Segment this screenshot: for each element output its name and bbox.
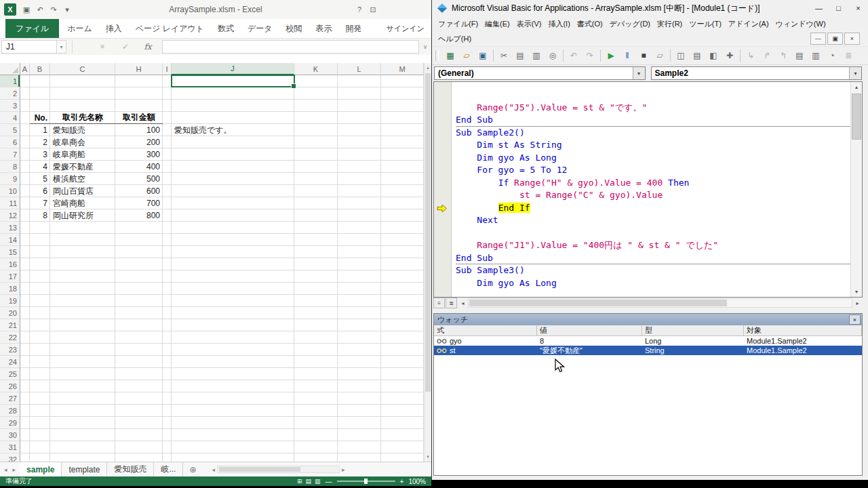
ribbon-tab-3[interactable]: ページ レイアウト — [129, 19, 211, 38]
break-icon[interactable]: ‖ — [620, 49, 634, 62]
zoom-in-button[interactable]: + — [400, 478, 404, 485]
column-header-L[interactable]: L — [338, 63, 381, 75]
cell-name-6[interactable]: 岐阜商会 — [50, 136, 115, 148]
row-header-27[interactable]: 27 — [0, 392, 20, 405]
procedure-view-button[interactable]: ≡ — [433, 298, 445, 308]
normal-view-icon[interactable]: ⊞ — [297, 478, 302, 485]
code-hscroll-thumb[interactable] — [469, 300, 727, 306]
cell-name-9[interactable]: 横浜航空 — [50, 173, 115, 185]
vb-menu-2[interactable]: 表示(V) — [513, 18, 545, 30]
object-combo[interactable]: (General) ▾ — [434, 66, 646, 80]
cell-no-8[interactable]: 4 — [30, 161, 50, 173]
procedure-combo[interactable]: Sample2 ▾ — [651, 66, 863, 80]
cell-no-9[interactable]: 5 — [30, 173, 50, 185]
enter-check-icon[interactable]: ✓ — [119, 42, 132, 52]
hscroll-thumb[interactable] — [219, 467, 300, 472]
cell-amount-7[interactable]: 300 — [115, 148, 163, 161]
cell-amount-6[interactable]: 200 — [115, 136, 163, 148]
zoom-out-button[interactable]: — — [326, 478, 332, 485]
toolbox-icon[interactable]: ✚ — [723, 49, 736, 62]
hscroll-right-icon[interactable]: ▸ — [342, 466, 345, 473]
scroll-up-icon[interactable]: ▴ — [425, 63, 431, 73]
code-line-4[interactable]: Dim st As String — [456, 139, 850, 152]
name-box[interactable]: J1 — [1, 40, 57, 54]
code-scroll[interactable]: Range("J5").Value = st & "です。"End SubSub… — [452, 82, 850, 297]
cut-icon[interactable]: ✂ — [497, 49, 511, 62]
cell-no-6[interactable]: 2 — [30, 136, 50, 148]
column-header-K[interactable]: K — [294, 63, 338, 75]
ribbon-tab-5[interactable]: データ — [241, 19, 279, 38]
save-icon[interactable]: ▣ — [20, 3, 33, 16]
row-header-23[interactable]: 23 — [0, 344, 20, 356]
cell-name-11[interactable]: 宮崎商船 — [50, 197, 115, 209]
ribbon-tab-2[interactable]: 挿入 — [99, 19, 129, 38]
row-header-18[interactable]: 18 — [0, 283, 20, 295]
row-header-6[interactable]: 6 — [0, 136, 20, 148]
cell-name-8[interactable]: 愛媛不動産 — [50, 161, 115, 173]
hscroll-left-icon[interactable]: ◂ — [212, 466, 216, 473]
zoom-slider[interactable] — [337, 481, 395, 482]
toolbar-grip[interactable] — [435, 50, 439, 61]
column-header-M[interactable]: M — [381, 63, 424, 75]
row-header-26[interactable]: 26 — [0, 380, 20, 392]
row-header-29[interactable]: 29 — [0, 417, 20, 429]
sheet-tab-sample[interactable]: sample — [20, 462, 62, 476]
copy-icon[interactable]: ▤ — [513, 49, 527, 62]
cell-name-5[interactable]: 愛知販売 — [50, 124, 115, 136]
code-line-8[interactable]: st = Range("C" & gyo).Value — [456, 189, 850, 202]
row-header-32[interactable]: 32 — [0, 453, 20, 462]
code-line-12[interactable]: Range("J1").Value = "400円は " & st & " でし… — [456, 239, 850, 252]
row-header-20[interactable]: 20 — [0, 307, 20, 319]
zoom-level[interactable]: 100% — [408, 478, 426, 485]
properties-window-icon[interactable]: ▤ — [690, 49, 704, 62]
row-header-15[interactable]: 15 — [0, 246, 20, 258]
cell-no-5[interactable]: 1 — [30, 124, 50, 136]
watch-column-3[interactable]: 型 — [642, 325, 744, 336]
mdi-restore-button[interactable]: ▣ — [827, 33, 843, 45]
column-header-A[interactable]: A — [20, 63, 30, 75]
code-margin[interactable] — [434, 82, 452, 297]
table-header-no[interactable]: No. — [30, 112, 50, 124]
ribbon-tab-1[interactable]: ホーム — [60, 19, 99, 38]
cancel-icon[interactable]: × — [96, 42, 109, 52]
row-header-22[interactable]: 22 — [0, 331, 20, 344]
vb-menu-0[interactable]: ファイル(F) — [435, 18, 481, 30]
watch-close-icon[interactable]: × — [849, 314, 861, 325]
cell-amount-9[interactable]: 500 — [115, 173, 163, 185]
code-scroll-left-icon[interactable]: ◂ — [458, 300, 468, 306]
sheet-tab-愛知販売[interactable]: 愛知販売 — [107, 462, 154, 476]
sheet-tab-template[interactable]: template — [62, 462, 107, 476]
row-header-2[interactable]: 2 — [0, 87, 20, 100]
row-header-9[interactable]: 9 — [0, 173, 20, 185]
row-header-10[interactable]: 10 — [0, 185, 20, 197]
code-line-15[interactable]: Dim gyo As Long — [456, 277, 850, 290]
help-icon[interactable]: ? — [353, 3, 366, 16]
scroll-down-icon[interactable]: ▾ — [425, 452, 431, 462]
row-header-7[interactable]: 7 — [0, 148, 20, 161]
row-header-1[interactable]: 1 — [0, 75, 20, 87]
vb-menu-help[interactable]: ヘルプ(H) — [435, 33, 475, 45]
watch-row-st[interactable]: st"愛媛不動産"StringModule1.Sample2 — [434, 346, 862, 355]
column-header-C[interactable]: C — [50, 63, 115, 75]
row-header-16[interactable]: 16 — [0, 258, 20, 270]
select-all-corner[interactable] — [0, 63, 20, 75]
vb-menu-1[interactable]: 編集(E) — [481, 18, 513, 30]
undo-icon[interactable]: ↶ — [33, 3, 47, 16]
paste-icon[interactable]: ▥ — [530, 49, 543, 62]
insert-function-icon[interactable]: fx — [140, 42, 155, 52]
table-header-name[interactable]: 取引先名称 — [50, 112, 115, 124]
procedure-combo-caret-icon[interactable]: ▾ — [849, 67, 861, 79]
column-header-I[interactable]: I — [163, 63, 172, 75]
sheet-vertical-scrollbar[interactable]: ▴ ▾ — [424, 63, 431, 462]
tab-scroll-left-icon[interactable]: ◂ — [4, 466, 7, 473]
undo-icon[interactable]: ↶ — [567, 49, 580, 62]
code-line-14[interactable]: Sub Sample3() — [456, 264, 850, 277]
watch-column-1[interactable]: 式 — [434, 325, 537, 336]
design-mode-icon[interactable]: ▱ — [653, 49, 667, 62]
view-excel-icon[interactable]: ▦ — [443, 49, 457, 62]
code-line-0[interactable] — [456, 89, 850, 102]
vb-menu-5[interactable]: デバッグ(D) — [606, 18, 654, 30]
worksheet-grid[interactable]: ABCHIJKLM 123456789101112131415161718192… — [0, 63, 424, 462]
page-layout-view-icon[interactable]: ▤ — [306, 478, 312, 485]
ribbon-tab-file[interactable]: ファイル — [5, 19, 59, 38]
